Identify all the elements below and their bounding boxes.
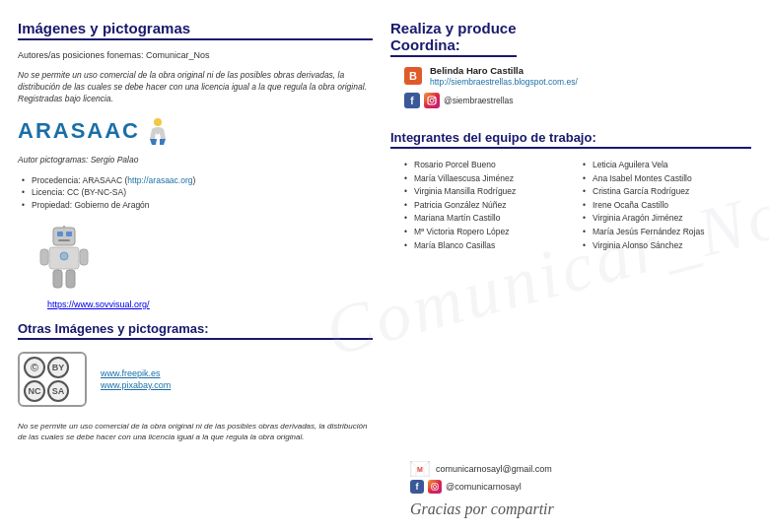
license-text-2: No se permite un uso comercial de la obr…	[18, 421, 373, 442]
blog-icon: B	[404, 67, 422, 85]
images-subtitle: Autores/as posiciones fonemas: Comunicar…	[18, 50, 373, 60]
member-5: Mariana Martín Castillo	[404, 212, 573, 226]
social-contact-handle: @comunicarnosayl	[446, 482, 522, 492]
svg-rect-2	[57, 232, 63, 236]
member-6: Mª Victoria Ropero López	[404, 226, 573, 239]
realiza-section: Realiza y produce Coordina: B Belinda Ha…	[390, 20, 751, 108]
social-row: f @siembraestrellas	[404, 93, 751, 108]
integrantes-title: Integrantes del equipo de trabajo:	[390, 130, 751, 149]
facebook-icon: f	[404, 93, 420, 108]
bullet-licencia: Licencia: CC (BY-NC-SA)	[22, 186, 373, 199]
arasaac-link[interactable]: http://arasaac.org	[127, 175, 192, 185]
cc-icon: ©	[24, 357, 45, 378]
bullet-procedencia: Procedencia: ARASAAC (http://arasaac.org…	[22, 174, 373, 187]
contact-ig-icon	[428, 480, 442, 494]
images-title: Imágenes y pictogramas	[18, 20, 373, 40]
realiza-title: Realiza y produce Coordina:	[390, 20, 517, 57]
cc-license-row: © BY NC SA www.freepik.es www.pixabay.co…	[18, 352, 373, 407]
member-11: Irene Ocaña Castillo	[583, 199, 751, 213]
arasaac-logo: ARASAAC	[18, 117, 373, 145]
license-text-1: No se permite un uso comercial de la obr…	[18, 70, 373, 105]
member-2: María Villaescusa Jiménez	[404, 172, 573, 186]
member-9: Ana Isabel Montes Castillo	[583, 172, 751, 186]
right-column: Comunicar_Nos Realiza y produce Coordina…	[390, 20, 751, 518]
gmail-icon: M	[410, 461, 430, 477]
email-text: comunicarnosayl@gmail.com	[436, 464, 552, 474]
cc-box: © BY NC SA	[18, 352, 87, 407]
freepik-link[interactable]: www.freepik.es	[101, 368, 171, 378]
arasaac-text: ARASAAC	[18, 118, 140, 144]
robot-figure	[37, 226, 373, 290]
member-1: Rosario Porcel Bueno	[404, 159, 573, 172]
svg-text:M: M	[417, 466, 423, 473]
sa-icon: SA	[47, 380, 69, 402]
sovvisual-anchor[interactable]: https://www.sovvisual.org/	[47, 299, 150, 309]
member-13: María Jesús Fernández Rojas	[583, 226, 751, 239]
social-handle: @siembraestrellas	[444, 96, 514, 105]
member-3: Virginia Mansilla Rodríguez	[404, 185, 573, 199]
svg-rect-1	[53, 228, 75, 245]
svg-point-0	[154, 118, 162, 126]
nc-icon: NC	[24, 380, 45, 402]
author-info: Autor pictogramas: Sergio Palao	[18, 155, 373, 165]
gracias-text: Gracias por compartir	[410, 500, 554, 518]
svg-rect-18	[432, 484, 438, 490]
svg-rect-4	[58, 239, 70, 241]
contact-fb-icon: f	[410, 480, 424, 494]
coordinator-url[interactable]: http://siembraestrellas.blogspot.com.es/	[430, 77, 578, 87]
svg-point-12	[60, 252, 68, 260]
member-10: Cristina García Rodríguez	[583, 185, 751, 199]
svg-rect-8	[40, 249, 48, 265]
author-bullets: Procedencia: ARASAAC (http://arasaac.org…	[22, 174, 373, 212]
arasaac-person-icon	[146, 117, 170, 145]
member-12: Virginia Aragón Jiménez	[583, 212, 751, 226]
realiza-header: Realiza y produce Coordina:	[390, 20, 517, 61]
otras-title: Otras Imágenes y pictogramas:	[18, 321, 373, 340]
social-contact-row: f @comunicarnosayl	[410, 480, 522, 494]
pixabay-link[interactable]: www.pixabay.com	[101, 380, 171, 390]
coordinator-row: B Belinda Haro Castilla http://siembraes…	[404, 65, 751, 87]
svg-rect-3	[66, 232, 72, 236]
svg-point-14	[430, 99, 434, 102]
svg-point-19	[433, 485, 436, 488]
svg-rect-10	[53, 270, 62, 288]
email-row: M comunicarnosayl@gmail.com	[410, 461, 552, 477]
svg-point-15	[434, 98, 436, 100]
member-8: Leticia Aguilera Vela	[583, 159, 751, 172]
members-list: Rosario Porcel Bueno María Villaescusa J…	[404, 159, 751, 252]
by-icon: BY	[47, 357, 69, 378]
bullet-propiedad: Propiedad: Gobierno de Aragón	[22, 199, 373, 212]
bottom-contact: M comunicarnosayl@gmail.com f @comunicar…	[390, 461, 751, 518]
robot-svg	[37, 226, 92, 290]
other-links: www.freepik.es www.pixabay.com	[101, 368, 171, 390]
member-4: Patricia González Núñez	[404, 199, 573, 213]
coordinator-name: Belinda Haro Castilla	[430, 65, 578, 76]
left-column: Imágenes y pictogramas Autores/as posici…	[18, 20, 373, 518]
member-14: Virginia Alonso Sánchez	[583, 239, 751, 253]
member-7: María Blanco Casillas	[404, 239, 573, 253]
instagram-icon	[424, 93, 440, 108]
coordinator-info: Belinda Haro Castilla http://siembraestr…	[430, 65, 578, 87]
svg-rect-11	[66, 270, 75, 288]
svg-rect-9	[80, 249, 88, 265]
sovvisual-link[interactable]: https://www.sovvisual.org/	[47, 299, 373, 309]
